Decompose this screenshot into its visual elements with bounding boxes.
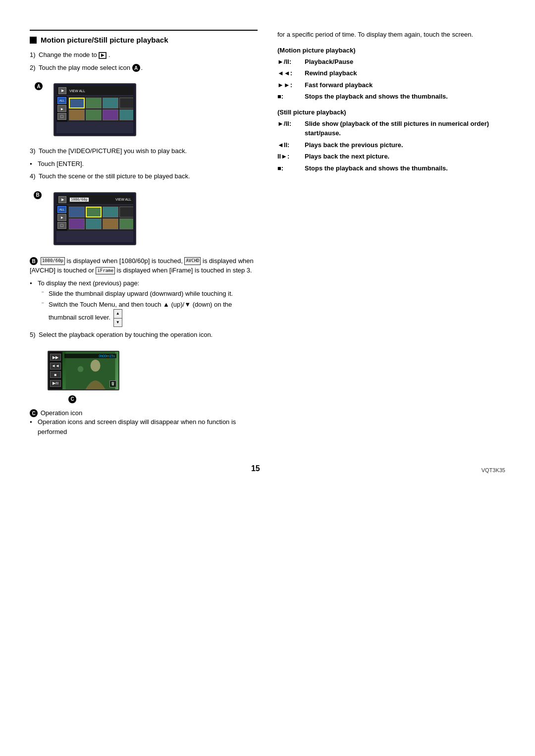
display-page-text: To display the next (previous) page: (38, 279, 139, 287)
enter-text: Touch [ENTER]. (38, 160, 84, 167)
label-b-text1: is displayed when [1080/60p] is touched, (67, 257, 185, 265)
section-title-text: Motion picture/Still picture playback (41, 36, 168, 44)
step-1: 1) Change the mode to ▶ . (30, 50, 258, 60)
step-5: 5) Select the playback operation by touc… (30, 330, 258, 340)
still-ctrl-2: ◄II: Plays back the previous picture. (277, 140, 505, 150)
thumb-b-2 (86, 207, 102, 217)
thumb-3 (103, 98, 118, 108)
scroll-down-icon: ▼ (114, 319, 122, 327)
screen-b-mode-icon: ▶ (58, 196, 66, 203)
step-2-text: Touch the play mode select icon A. (39, 64, 143, 71)
label-c-position: C (68, 395, 77, 403)
step-1-text: Change the mode to ▶ . (39, 51, 110, 58)
screen-b-badge: 1080/60p (69, 197, 89, 202)
sub-bullet-2-text: Switch the Touch Menu, and then touch ▲ … (49, 301, 232, 322)
step-2: 2) Touch the play mode select icon A. (30, 63, 258, 73)
still-ctrl-3-desc: Plays back the next picture. (305, 152, 389, 162)
video-time-display: 0h00m15s (64, 354, 116, 358)
sub-bullets: Slide the thumbnail display upward (down… (42, 289, 258, 327)
still-ctrl-3: II►: Plays back the next picture. (277, 152, 505, 162)
screen-b-topbar: ▶ 1080/60p VIEW ALL (56, 195, 133, 204)
playpause-btn: ▶/II (50, 380, 61, 387)
thumb-7 (103, 109, 118, 120)
screen-b-left-bar: ALL ▶ □ (56, 205, 67, 231)
motion-ctrl-2-label: ◄◄: (277, 68, 305, 78)
thumb-b-8 (119, 218, 133, 229)
thumb-b-6 (86, 218, 102, 229)
step-4-text: Touch the scene or the still picture to … (39, 172, 190, 180)
screen-a-grid-area (67, 96, 133, 122)
thumb-8 (119, 109, 133, 120)
right-column: for a specific period of time. To displa… (277, 30, 505, 439)
motion-ctrl-1-desc: Playback/Pause (305, 57, 353, 67)
still-ctrl-2-label: ◄II: (277, 140, 305, 150)
thumb-b-4 (119, 207, 133, 217)
label-a-inline: A (132, 64, 140, 72)
label-b-inline: B (30, 257, 38, 265)
step-1-num: 1) (30, 50, 36, 60)
label-a-circle: A (35, 82, 43, 90)
scroll-up-icon: ▲ (114, 310, 122, 319)
screen-b-content: ALL ▶ □ (56, 205, 133, 231)
motion-controls-list: ►/II: Playback/Pause ◄◄: Rewind playback… (277, 57, 505, 102)
video-time-text: 0h00m15s (99, 354, 115, 358)
motion-ctrl-4: ■: Stops the playback and shows the thum… (277, 92, 505, 102)
page-container: Motion picture/Still picture playback 1)… (30, 30, 505, 439)
left-column: Motion picture/Still picture playback 1)… (30, 30, 258, 439)
iframe-badge: iFrame (96, 267, 115, 275)
still-ctrl-1-desc: Slide show (playback of the still pictur… (305, 119, 505, 138)
display-page-bullets: To display the next (previous) page: Sli… (30, 278, 258, 327)
screen-a-video-btn: ▶ (57, 105, 66, 112)
motion-ctrl-1-label: ►/II: (277, 57, 305, 67)
sub-bullet-1: Slide the thumbnail display upward (down… (42, 289, 258, 299)
motion-ctrl-3-label: ►►: (277, 80, 305, 90)
scroll-lever-icon: ▲ ▼ (113, 309, 122, 327)
screen-b-grid-area (67, 205, 133, 231)
thumb-1 (69, 98, 85, 108)
label-c-circle-below: C (68, 395, 76, 403)
screen-b-wrapper: B ▶ 1080/60p VIEW ALL ALL ▶ □ (45, 188, 136, 249)
screen-a-grid (67, 96, 133, 122)
still-ctrl-1: ►/II: Slide show (playback of the still … (277, 119, 505, 138)
motion-ctrl-2-desc: Rewind playback (305, 68, 357, 78)
still-ctrl-3-label: II►: (277, 152, 305, 162)
label-c-line: C Operation icon (30, 409, 258, 418)
model-number: VQT3K35 (482, 467, 505, 473)
still-ctrl-4-desc: Stops the playback and shows the thumbna… (305, 163, 448, 173)
screen-b-all-btn: ALL (57, 206, 66, 213)
screen-b-mockup: ▶ 1080/60p VIEW ALL ALL ▶ □ (54, 192, 136, 245)
motion-section-title: (Motion picture playback) (277, 47, 505, 54)
enter-bullet-list: Touch [ENTER]. (30, 159, 258, 169)
operation-bullet-text: Operation icons and screen display will … (38, 418, 236, 435)
thumb-b-3 (103, 207, 118, 217)
motion-ctrl-3: ►►: Fast forward playback (277, 80, 505, 90)
ff-btn: ▶▶ (50, 354, 61, 361)
playback-controls-panel: ▶▶ ◄◄ ■ ▶/II (49, 352, 62, 389)
step-list: 1) Change the mode to ▶ . 2) Touch the p… (30, 50, 258, 72)
still-ctrl-4: ■: Stops the playback and shows the thum… (277, 163, 505, 173)
step-5-num: 5) (30, 330, 36, 340)
section-title: Motion picture/Still picture playback (30, 30, 258, 44)
step-list-3: 4) Touch the scene or the still picture … (30, 171, 258, 181)
screen-a-inner: ▶ VIEW ALL ALL ▶ □ (56, 86, 133, 133)
screen-b-video-btn: ▶ (57, 214, 66, 221)
step-5-text: Select the playback operation by touchin… (39, 331, 213, 338)
screen-c-wrapper: ▶▶ ◄◄ ■ ▶/II (39, 347, 119, 394)
motion-ctrl-2: ◄◄: Rewind playback (277, 68, 505, 78)
thumb-5 (69, 109, 85, 120)
enter-bullet: Touch [ENTER]. (30, 159, 258, 169)
screen-a-all-btn: ALL (57, 97, 66, 104)
operation-bullet: Operation icons and screen display will … (30, 417, 258, 436)
motion-ctrl-1: ►/II: Playback/Pause (277, 57, 505, 67)
label-b-text3: is displayed when [iFrame] is touched in… (117, 267, 252, 274)
step-list-4: 5) Select the playback operation by touc… (30, 330, 258, 340)
motion-ctrl-4-desc: Stops the playback and shows the thumbna… (305, 92, 448, 102)
thumb-b-7 (103, 218, 118, 229)
label-c-inline: C (30, 409, 38, 417)
still-controls-list: ►/II: Slide show (playback of the still … (277, 119, 505, 173)
screen-a-content: ALL ▶ □ (56, 96, 133, 122)
step-3-num: 3) (30, 146, 36, 156)
svg-point-1 (90, 360, 100, 372)
step-3-text: Touch the [VIDEO/PICTURE] you wish to pl… (39, 147, 187, 155)
right-intro-text: for a specific period of time. To displa… (277, 30, 505, 40)
